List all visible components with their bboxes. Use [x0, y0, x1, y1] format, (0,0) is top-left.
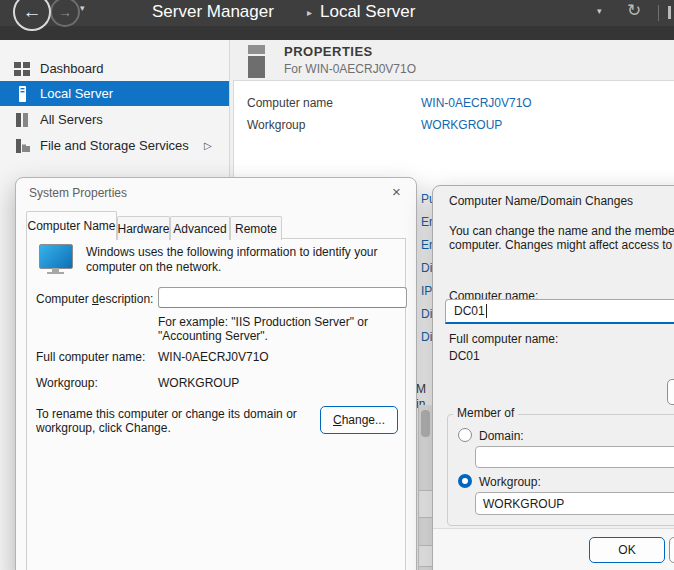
domain-radio-label: Domain:: [479, 429, 524, 443]
scrollbar-segment: [419, 545, 432, 567]
clipped-value-fragment: Di: [421, 307, 432, 321]
sidebar-item-label: All Servers: [40, 112, 103, 127]
workgroup-radio-label: Workgroup:: [479, 475, 541, 489]
workgroup-label: Workgroup:: [36, 376, 98, 390]
workgroup-input[interactable]: WORKGROUP: [475, 492, 674, 515]
breadcrumb-page-title: Local Server: [320, 2, 415, 22]
back-arrow-icon: ←: [23, 1, 42, 23]
clipped-value-fragment: Di: [421, 330, 432, 344]
forward-arrow-icon: →: [58, 4, 72, 20]
scrollbar-thumb[interactable]: [421, 410, 430, 437]
computer-name-domain-changes-dialog: Computer Name/Domain Changes You can cha…: [432, 185, 674, 570]
tab-computer-name[interactable]: Computer Name: [26, 211, 117, 240]
clipped-value-fragment: IP: [421, 284, 432, 298]
sidebar-item-file-storage-services[interactable]: File and Storage Services ▷: [0, 133, 229, 158]
vertical-scrollbar[interactable]: [418, 405, 433, 570]
all-servers-icon: [14, 112, 30, 128]
workgroup-radio[interactable]: [458, 474, 472, 488]
sidebar-item-label: Local Server: [40, 86, 113, 101]
dialog-title: Computer Name/Domain Changes: [449, 194, 633, 208]
scrollbar-segment: [419, 490, 432, 518]
sidebar-item-local-server[interactable]: Local Server: [0, 81, 229, 106]
workgroup-value: WORKGROUP: [158, 376, 239, 390]
text-caret: [486, 304, 487, 318]
domain-radio[interactable]: [458, 428, 472, 442]
toolbar-dropdown-icon[interactable]: ▾: [597, 6, 602, 16]
properties-subheading: For WIN-0AECRJ0V71O: [284, 62, 416, 76]
full-computer-name-label: Full computer name:: [36, 350, 145, 364]
refresh-icon[interactable]: ↻: [627, 0, 641, 21]
properties-heading: PROPERTIES: [284, 44, 373, 59]
member-of-label: Member of: [453, 406, 518, 420]
rename-instruction-text: To rename this computer or change its do…: [36, 407, 304, 435]
property-value-link[interactable]: WORKGROUP: [421, 118, 502, 132]
computer-description-input[interactable]: [158, 287, 407, 308]
tab-remote[interactable]: Remote: [230, 216, 282, 240]
computer-name-input[interactable]: DC01: [445, 299, 674, 324]
workgroup-input-value: WORKGROUP: [483, 497, 564, 511]
tab-hardware[interactable]: Hardware: [117, 216, 170, 240]
full-computer-name-value: DC01: [449, 349, 480, 363]
full-computer-name-label: Full computer name:: [449, 332, 558, 346]
top-navigation-subbar: [0, 26, 674, 40]
sidebar-item-all-servers[interactable]: All Servers: [0, 107, 229, 132]
property-label: Computer name: [247, 96, 333, 110]
tab-advanced[interactable]: Advanced: [170, 216, 230, 240]
computer-monitor-icon: [39, 244, 73, 269]
server-manager-screen: ← → ▾ Server Manager ▸ Local Server ▾ ↻ …: [0, 0, 674, 570]
property-row: Computer name: [247, 96, 333, 110]
property-value-link[interactable]: WIN-0AECRJ0V71O: [421, 96, 532, 110]
expand-chevron-icon[interactable]: ▷: [204, 140, 212, 151]
sidebar-item-dashboard[interactable]: Dashboard: [0, 56, 229, 81]
change-button[interactable]: Change...: [320, 406, 398, 434]
sidebar-item-label: Dashboard: [40, 61, 104, 76]
file-storage-icon: [14, 138, 30, 154]
dialog-body-text: You can change the name and the membersh…: [449, 224, 674, 238]
description-example-text: For example: "IIS Production Server" or: [158, 315, 368, 329]
property-label: Workgroup: [247, 118, 305, 132]
breadcrumb-separator-icon: ▸: [307, 7, 312, 18]
description-example-text: "Accounting Server".: [158, 329, 268, 343]
more-button-clipped[interactable]: [667, 379, 674, 405]
ok-button[interactable]: OK: [589, 537, 665, 563]
computer-name-input-value: DC01: [454, 304, 485, 318]
local-server-icon: [14, 86, 30, 102]
property-row: Workgroup: [247, 118, 305, 132]
system-properties-dialog: System Properties × Computer Name Hardwa…: [15, 177, 417, 570]
close-icon[interactable]: ×: [392, 183, 401, 200]
dialog-body-text: computer. Changes might affect access to…: [449, 238, 674, 252]
dialog-title: System Properties: [29, 186, 127, 200]
sidebar-item-label: File and Storage Services: [40, 138, 189, 153]
domain-input[interactable]: [475, 446, 674, 468]
cancel-button-clipped[interactable]: [669, 537, 674, 563]
server-properties-icon: [248, 45, 265, 78]
history-dropdown-icon[interactable]: ▾: [80, 3, 85, 13]
toolbar-divider: [658, 5, 659, 21]
full-computer-name-value: WIN-0AECRJ0V71O: [158, 350, 269, 364]
clipped-text-fragment: M: [416, 382, 426, 396]
clipped-value-fragment: Di: [421, 261, 432, 275]
intro-text: Windows uses the following information t…: [86, 245, 401, 275]
breadcrumb-app-title[interactable]: Server Manager: [152, 2, 274, 22]
dashboard-icon: [14, 61, 30, 77]
toolbar-clipped-icon: [668, 6, 671, 19]
computer-description-label: Computer description:: [36, 292, 153, 306]
monitor-base: [47, 272, 64, 274]
